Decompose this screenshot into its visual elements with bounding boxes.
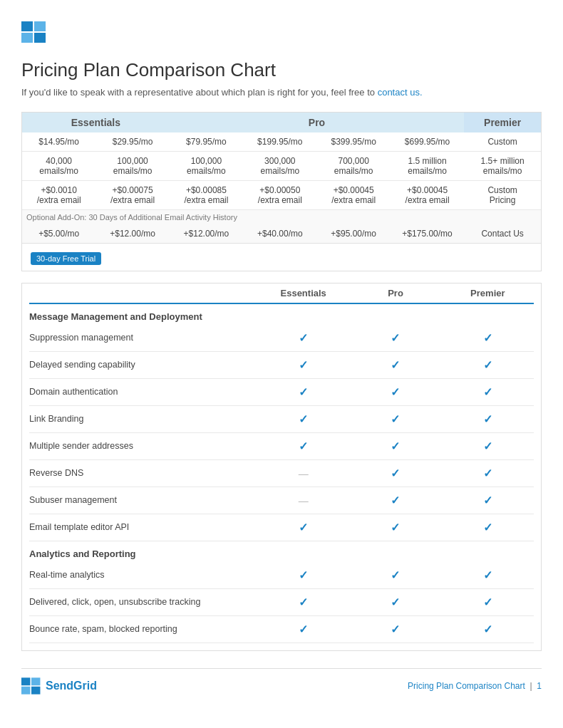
feature-premier-reverse-dns: ✓ (442, 467, 534, 480)
price-col-2: $79.95/mo (170, 132, 243, 152)
feature-premier-multiple-sender: ✓ (442, 440, 534, 453)
feature-header-row: Essentials Pro Premier (29, 284, 534, 304)
feature-premier-email-template: ✓ (442, 521, 534, 534)
feature-realtime-analytics: Real-time analytics ✓ ✓ ✓ (29, 562, 534, 589)
feature-essentials-tracking: ✓ (257, 596, 349, 609)
check-icon: ✓ (299, 440, 308, 452)
emails-col-3: 300,000emails/mo (243, 152, 316, 181)
feature-label-bounce: Bounce rate, spam, blocked reporting (29, 623, 257, 636)
extra-col-0: +$0.0010/extra email (22, 181, 95, 210)
feature-pro-domain-auth: ✓ (349, 385, 441, 399)
feature-email-template: Email template editor API ✓ ✓ ✓ (29, 514, 534, 541)
feature-multiple-sender: Multiple sender addresses ✓ ✓ ✓ (29, 433, 534, 460)
addon-price-3: +$40.00/mo (243, 224, 316, 244)
check-icon: ✓ (391, 413, 400, 425)
feature-delayed-sending: Delayed sending capability ✓ ✓ ✓ (29, 352, 534, 379)
feature-label-link-branding: Link Branding (29, 413, 257, 426)
feature-header-pro: Pro (349, 284, 441, 303)
feature-label-email-template: Email template editor API (29, 521, 257, 534)
feature-col-label (29, 284, 257, 303)
feature-link-branding: Link Branding ✓ ✓ ✓ (29, 406, 534, 433)
feature-label-suppression: Suppression management (29, 332, 257, 345)
feature-premier-link-branding: ✓ (442, 412, 534, 426)
svg-rect-1 (34, 21, 46, 31)
feature-label-delayed: Delayed sending capability (29, 359, 257, 372)
check-icon: ✓ (483, 569, 492, 581)
svg-rect-3 (34, 33, 46, 43)
emails-col-1: 100,000emails/mo (95, 152, 169, 181)
dash-icon: — (299, 468, 309, 479)
feature-reverse-dns: Reverse DNS — ✓ ✓ (29, 460, 534, 487)
addon-price-1: +$12.00/mo (95, 224, 169, 244)
tier-label-row: Essentials Pro Premier (22, 113, 541, 132)
check-icon: ✓ (299, 569, 308, 581)
feature-header-essentials: Essentials (257, 284, 349, 303)
check-icon: ✓ (483, 359, 492, 371)
addon-price-row: +$5.00/mo +$12.00/mo +$12.00/mo +$40.00/… (22, 224, 541, 244)
footer-logo-icon (21, 677, 41, 695)
free-trial-badge[interactable]: 30-day Free Trial (31, 252, 101, 265)
check-icon: ✓ (483, 623, 492, 635)
emails-col-0: 40,000emails/mo (22, 152, 95, 181)
feature-essentials-link-branding: ✓ (257, 412, 349, 426)
feature-premier-domain-auth: ✓ (442, 385, 534, 399)
check-icon: ✓ (391, 494, 400, 506)
check-icon: ✓ (483, 521, 492, 534)
svg-rect-5 (31, 677, 40, 685)
premier-tier-header: Premier (464, 113, 541, 132)
price-col-1: $29.95/mo (95, 132, 169, 152)
essentials-tier-header: Essentials (22, 113, 170, 132)
check-icon: ✓ (391, 332, 400, 344)
price-col-6: Custom (464, 132, 541, 152)
price-col-5: $699.95/mo (391, 132, 464, 152)
pricing-top-table: Essentials Pro Premier $14.95/mo $29.95/… (22, 113, 541, 271)
feature-subuser-mgmt: Subuser management — ✓ ✓ (29, 487, 534, 514)
svg-rect-0 (21, 21, 33, 31)
category-label-0: Message Management and Deployment (29, 311, 257, 322)
feature-pro-multiple-sender: ✓ (349, 440, 441, 453)
sendgrid-logo-icon (21, 21, 47, 43)
check-icon: ✓ (299, 623, 308, 635)
emails-col-6: 1.5+ millionemails/mo (464, 152, 541, 181)
feature-pro-suppression: ✓ (349, 331, 441, 345)
extra-col-3: +$0.00050/extra email (243, 181, 316, 210)
subtitle-text: If you'd like to speak with a representa… (21, 87, 375, 98)
check-icon: ✓ (391, 569, 400, 581)
footer-brand: SendGrid (21, 677, 97, 695)
check-icon: ✓ (483, 494, 492, 506)
extra-col-4: +$0.00045/extra email (317, 181, 391, 210)
feature-premier-realtime: ✓ (442, 568, 534, 582)
extra-col-6: CustomPricing (464, 181, 541, 210)
price-col-3: $199.95/mo (243, 132, 316, 152)
check-icon: ✓ (299, 596, 308, 608)
addon-price-2: +$12.00/mo (170, 224, 243, 244)
feature-essentials-subuser: — (257, 495, 349, 506)
check-icon: ✓ (391, 623, 400, 635)
footer-brand-text: SendGrid (46, 680, 97, 692)
feature-label-tracking: Delivered, click, open, unsubscribe trac… (29, 596, 257, 609)
feature-essentials-email-template: ✓ (257, 521, 349, 534)
extra-row: +$0.0010/extra email +$0.00075/extra ema… (22, 181, 541, 210)
check-icon: ✓ (391, 521, 400, 534)
footer-page-label: Pricing Plan Comparison Chart (408, 681, 525, 691)
dash-icon: — (299, 495, 309, 506)
feature-pro-link-branding: ✓ (349, 412, 441, 426)
feature-pro-reverse-dns: ✓ (349, 467, 441, 480)
check-icon: ✓ (391, 467, 400, 479)
extra-col-2: +$0.00085/extra email (170, 181, 243, 210)
svg-rect-4 (21, 677, 30, 685)
feature-comparison-table: Essentials Pro Premier Message Managemen… (21, 283, 542, 651)
feature-pro-tracking: ✓ (349, 596, 441, 609)
feature-premier-subuser: ✓ (442, 494, 534, 507)
contact-link[interactable]: contact us. (378, 87, 423, 98)
svg-rect-2 (21, 33, 33, 43)
check-icon: ✓ (391, 440, 400, 452)
extra-col-5: +$0.00045/extra email (391, 181, 464, 210)
feature-essentials-suppression: ✓ (257, 331, 349, 345)
check-icon: ✓ (299, 386, 308, 398)
addon-price-5: +$175.00/mo (391, 224, 464, 244)
feature-essentials-delayed: ✓ (257, 358, 349, 372)
feature-pro-email-template: ✓ (349, 521, 441, 534)
check-icon: ✓ (483, 596, 492, 608)
price-col-0: $14.95/mo (22, 132, 95, 152)
